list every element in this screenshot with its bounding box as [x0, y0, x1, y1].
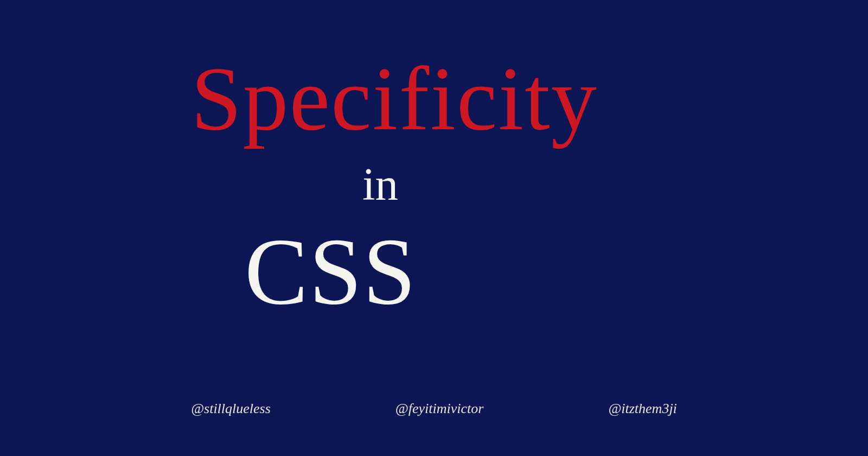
handle-3: @itzthem3ji [608, 401, 676, 417]
handle-2: @feyitimivictor [395, 401, 484, 417]
handles-row: @stillqlueless @feyitimivictor @itzthem3… [0, 401, 868, 417]
title-word-specificity: Specificity [191, 46, 598, 151]
title-word-css: CSS [245, 217, 417, 326]
title-word-in: in [362, 157, 398, 211]
handle-1: @stillqlueless [191, 401, 271, 417]
